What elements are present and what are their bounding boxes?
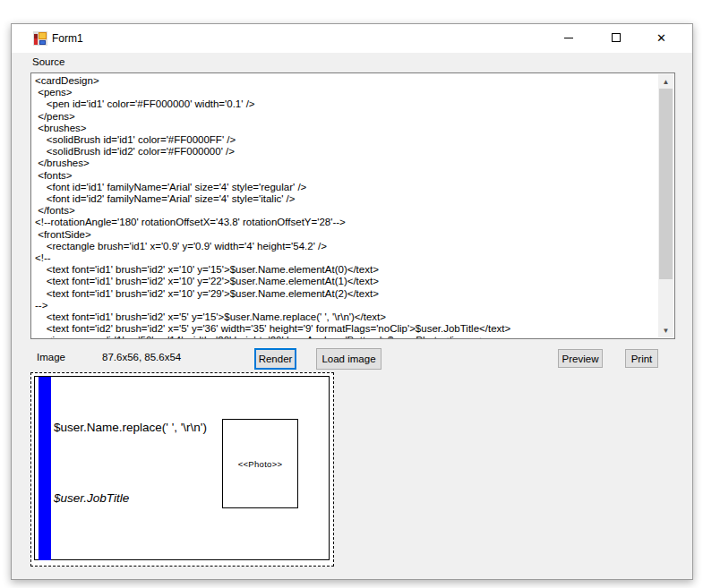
source-label: Source bbox=[32, 56, 64, 67]
load-image-button[interactable]: Load image bbox=[316, 348, 382, 370]
card-name-text: $user.Name.replace(' ', '\r\n') bbox=[54, 421, 207, 434]
maximize-icon bbox=[612, 33, 621, 42]
close-icon: ✕ bbox=[656, 32, 666, 44]
card-image-bounds: $user.Name.replace(' ', '\r\n') $user.Jo… bbox=[30, 372, 334, 567]
scroll-down-icon[interactable]: ▼ bbox=[658, 323, 673, 337]
scroll-up-icon[interactable]: ▲ bbox=[658, 74, 673, 89]
render-button[interactable]: Render bbox=[254, 348, 296, 370]
card-accent-bar bbox=[39, 377, 51, 560]
source-textbox[interactable]: <cardDesign> <pens> <pen id='id1' color=… bbox=[30, 72, 675, 339]
source-xml-content[interactable]: <cardDesign> <pens> <pen id='id1' color=… bbox=[35, 75, 656, 339]
close-button[interactable]: ✕ bbox=[641, 24, 682, 51]
form-window: Form1 ✕ Source <cardDesign> <pens> <pen … bbox=[11, 23, 693, 580]
card-jobtitle-text: $user.JobTitle bbox=[54, 491, 129, 505]
image-size-text: 87.6x56, 85.6x54 bbox=[102, 352, 181, 362]
app-icon bbox=[33, 31, 47, 46]
image-label: Image bbox=[37, 352, 65, 362]
window-title: Form1 bbox=[52, 32, 83, 45]
scrollbar-thumb[interactable] bbox=[659, 89, 673, 279]
photo-placeholder-text: <<Photo>> bbox=[238, 459, 283, 469]
vertical-scrollbar[interactable]: ▲ ▼ bbox=[658, 74, 673, 337]
minimize-icon bbox=[564, 38, 573, 38]
card-preview: $user.Name.replace(' ', '\r\n') $user.Jo… bbox=[34, 376, 330, 560]
title-bar[interactable]: Form1 ✕ bbox=[12, 24, 692, 53]
minimize-button[interactable] bbox=[548, 24, 588, 51]
card-photo-placeholder-box: <<Photo>> bbox=[222, 419, 298, 508]
preview-button[interactable]: Preview bbox=[558, 349, 603, 368]
print-button[interactable]: Print bbox=[625, 349, 658, 368]
maximize-button[interactable] bbox=[596, 24, 636, 51]
